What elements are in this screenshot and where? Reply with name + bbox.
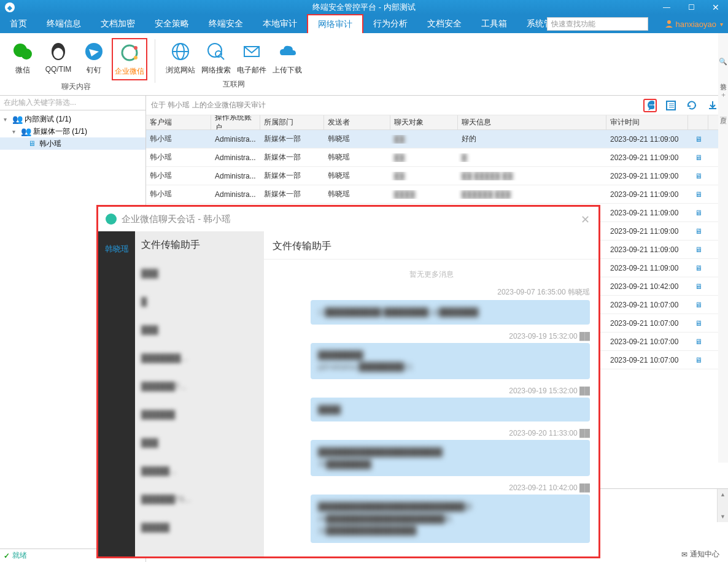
message-meta: 2023-09-07 16:35:00 韩晓瑶 <box>273 287 590 298</box>
th-time[interactable]: 审计时间 <box>606 115 688 129</box>
monitor-icon: 🖥 <box>27 139 37 148</box>
detail-scrollbar[interactable]: ▲▼ <box>717 489 728 522</box>
table-row[interactable]: 韩小瑶Administra...新媒体一部韩晓瑶███2023-09-21 11… <box>146 148 728 167</box>
table-row[interactable]: 韩小瑶Administra...新媒体一部韩晓瑶██████████ ███20… <box>146 185 728 204</box>
screenshot-icon[interactable]: 🖥 <box>688 172 708 180</box>
screenshot-icon[interactable]: 🖥 <box>688 301 708 309</box>
ribbon-dingtalk[interactable]: 钉钉 <box>76 38 112 80</box>
contacts-head[interactable]: 文件传输助手 <box>135 231 264 259</box>
group-icon: 👥 <box>21 126 31 136</box>
contacts-list[interactable]: 文件传输助手 ██████████████...██████7...██████… <box>135 231 264 556</box>
screenshot-icon[interactable]: 🖥 <box>688 135 708 144</box>
menu-behavior[interactable]: 行为分析 <box>363 15 417 33</box>
th-info[interactable]: 聊天信息 <box>458 115 606 129</box>
sidebar-filter-input[interactable]: 在此输入关键字筛选... <box>0 96 145 110</box>
ribbon-wechat[interactable]: 微信 <box>5 38 41 80</box>
right-side-strip: 🔍 替换 ＋ 百度 <box>718 33 728 463</box>
no-more-label: 暂无更多消息 <box>273 269 590 280</box>
table-row[interactable]: 韩小瑶Administra...新媒体一部韩晓瑶████ █████ ██202… <box>146 167 728 185</box>
list-view-button[interactable] <box>664 99 678 112</box>
dingtalk-icon <box>83 40 105 63</box>
th-target[interactable]: 聊天对象 <box>390 115 458 129</box>
contact-item[interactable]: █████ <box>135 513 264 541</box>
menu-home[interactable]: 首页 <box>0 15 37 33</box>
screenshot-icon[interactable]: 🖥 <box>688 282 708 291</box>
message-bubble[interactable]: 1 ██████████ ████████ 企███████ <box>311 300 590 325</box>
tree-dept[interactable]: ▾👥新媒体一部 (1/1) <box>0 125 145 137</box>
th-os[interactable]: 操作系统账户 <box>211 115 260 129</box>
global-search-input[interactable]: 快速查找功能 <box>547 17 648 31</box>
download-button[interactable] <box>706 99 719 112</box>
contact-item[interactable]: ███ <box>135 259 264 287</box>
refresh-button[interactable] <box>685 99 699 112</box>
dialog-account-tab[interactable]: 韩晓瑶 <box>98 231 135 556</box>
screenshot-icon[interactable]: 🖥 <box>688 337 708 346</box>
screenshot-icon[interactable]: 🖥 <box>688 153 708 162</box>
svg-point-17 <box>649 104 651 106</box>
chat-body[interactable]: 暂无更多消息 2023-09-07 16:35:00 韩晓瑶1 ████████… <box>264 260 598 556</box>
ribbon-browse[interactable]: 浏览网站 <box>163 38 198 78</box>
contact-item[interactable]: ███ <box>135 428 264 456</box>
message-meta: 2023-09-19 15:32:00 ██ <box>273 332 590 341</box>
screenshot-icon[interactable]: 🖥 <box>688 209 708 217</box>
th-dept[interactable]: 所属部门 <box>260 115 324 129</box>
message-bubble[interactable]: ██████████████████████████多内████████████… <box>311 495 590 543</box>
breadcrumb: 位于 韩小瑶 上的企业微信聊天审计 <box>151 100 266 110</box>
user-menu[interactable]: hanxiaoyao ▾ <box>665 15 724 33</box>
svg-point-8 <box>134 56 137 60</box>
message-bubble[interactable]: ████████pd=wisena ████████21 <box>311 343 590 379</box>
menu-doc-encrypt[interactable]: 文档加密 <box>91 15 145 33</box>
email-icon <box>241 40 263 63</box>
titlebar: ◆ 终端安全管控平台 - 内部测试 — ☐ ✕ <box>0 0 728 15</box>
list-icon <box>665 100 676 111</box>
menu-network-audit[interactable]: 网络审计 <box>307 14 363 33</box>
th-sender[interactable]: 发送者 <box>324 115 390 129</box>
ribbon-qq[interactable]: QQ/TIM <box>41 38 76 80</box>
ribbon-email[interactable]: 电子邮件 <box>234 38 269 78</box>
app-logo-icon: ◆ <box>5 2 15 12</box>
chat-view-button[interactable] <box>643 99 657 112</box>
maximize-button[interactable]: ☐ <box>679 0 703 15</box>
screenshot-icon[interactable]: 🖥 <box>688 190 708 199</box>
screenshot-icon[interactable]: 🖥 <box>688 245 708 254</box>
menu-terminal-security[interactable]: 终端安全 <box>199 15 253 33</box>
screenshot-icon[interactable]: 🖥 <box>688 356 708 364</box>
contact-item[interactable]: ██████73... <box>135 485 264 513</box>
screenshot-icon[interactable]: 🖥 <box>688 264 708 272</box>
search-globe-icon <box>205 40 227 63</box>
menu-security-policy[interactable]: 安全策略 <box>145 15 199 33</box>
chat-title: 文件传输助手 <box>264 231 598 260</box>
menu-local-audit[interactable]: 本地审计 <box>253 15 307 33</box>
screenshot-icon[interactable]: 🖥 <box>688 319 708 328</box>
refresh-icon <box>686 100 697 111</box>
tree-root[interactable]: ▾👥内部测试 (1/1) <box>0 113 145 125</box>
menu-terminal-info[interactable]: 终端信息 <box>37 15 91 33</box>
close-button[interactable]: ✕ <box>703 0 728 15</box>
th-client[interactable]: 客户端 <box>146 115 211 129</box>
contact-item[interactable]: ██████7... <box>135 372 264 400</box>
svg-point-0 <box>667 20 671 24</box>
download-icon <box>707 100 718 111</box>
notification-center[interactable]: ✉通知中心 <box>681 549 719 560</box>
message-bubble[interactable]: ████ <box>311 398 590 422</box>
ribbon-wework[interactable]: 企业微信 <box>112 38 147 80</box>
tree-user[interactable]: 🖥韩小瑶 <box>0 137 145 150</box>
screenshot-icon[interactable]: 🖥 <box>688 227 708 236</box>
contact-item[interactable]: █ <box>135 287 264 315</box>
ribbon-upload[interactable]: 上传下载 <box>269 38 305 78</box>
contact-item[interactable]: ███████... <box>135 344 264 372</box>
table-row[interactable]: 韩小瑶Administra...新媒体一部韩晓瑶██好的2023-09-21 1… <box>146 130 728 148</box>
ribbon-search[interactable]: 网络搜索 <box>198 38 234 78</box>
contact-item[interactable]: ██████ <box>135 400 264 428</box>
svg-point-2 <box>21 48 32 60</box>
menu-toolbox[interactable]: 工具箱 <box>471 15 517 33</box>
contact-item[interactable]: ███ <box>135 315 264 344</box>
contact-item[interactable]: █████... <box>135 456 264 485</box>
dialog-close-button[interactable]: ✕ <box>581 213 590 226</box>
minimize-button[interactable]: — <box>654 0 679 15</box>
plus-icon[interactable]: ＋ <box>720 90 727 99</box>
menu-doc-security[interactable]: 文档安全 <box>417 15 471 33</box>
message-bubble[interactable]: ██████████████████████不████████ <box>311 440 590 476</box>
ribbon-group-internet-label: 互联网 <box>223 79 245 90</box>
magnify-icon[interactable]: 🔍 <box>719 58 727 66</box>
